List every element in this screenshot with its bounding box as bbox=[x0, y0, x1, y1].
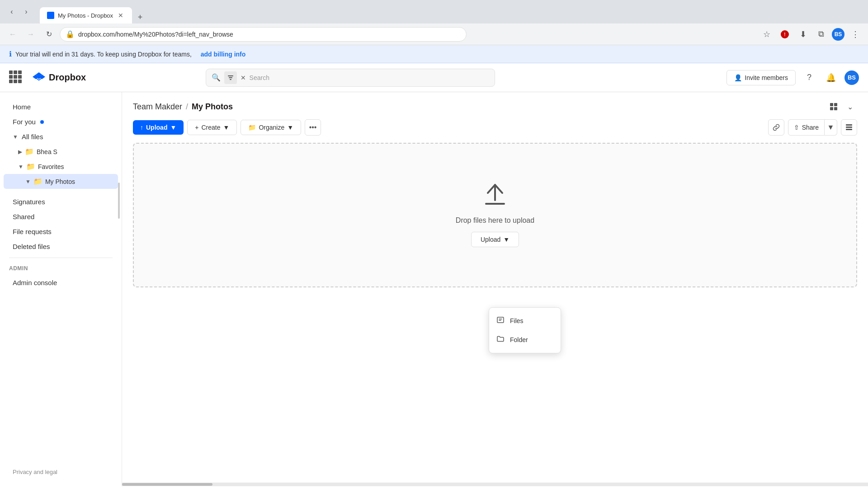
share-button[interactable]: ⇧ Share bbox=[788, 119, 825, 136]
address-bar[interactable]: 🔒 dropbox.com/home/My%20Photos?di=left_n… bbox=[60, 27, 467, 42]
tab-close-button[interactable]: ✕ bbox=[117, 11, 125, 19]
search-bar[interactable]: 🔍 ✕ Search bbox=[206, 69, 495, 87]
upload-drop-icon bbox=[483, 183, 507, 209]
share-icon: ⇧ bbox=[794, 124, 799, 131]
sidebar-all-files-label: All files bbox=[22, 133, 43, 141]
sidebar-all-files-header[interactable]: ▼ All files bbox=[4, 129, 118, 144]
sidebar-item-bhea-s[interactable]: ▶ 📁 Bhea S bbox=[4, 144, 118, 159]
sidebar-admin-console-label: Admin console bbox=[13, 279, 57, 286]
sidebar-admin-label: Admin bbox=[0, 262, 122, 275]
extensions-icon[interactable]: ! bbox=[778, 27, 792, 42]
search-input[interactable]: Search bbox=[250, 74, 489, 81]
dropbox-logo-icon bbox=[33, 70, 45, 85]
invite-members-button[interactable]: 👤 Invite members bbox=[726, 70, 796, 85]
sidebar: Home For you ▼ All files ▶ 📁 Bhea S bbox=[0, 92, 122, 486]
header-right: 👤 Invite members ? 🔔 BS bbox=[726, 70, 859, 86]
upload-files-option[interactable]: Files bbox=[489, 311, 561, 330]
svg-rect-5 bbox=[830, 103, 833, 106]
dropbox-logo[interactable]: Dropbox bbox=[33, 70, 86, 85]
organize-chevron-icon: ▼ bbox=[287, 124, 293, 131]
tab-nav-next[interactable]: › bbox=[20, 5, 33, 18]
add-billing-link[interactable]: add billing info bbox=[201, 51, 246, 58]
breadcrumb-separator: / bbox=[186, 102, 188, 112]
organize-button[interactable]: 📁 Organize ▼ bbox=[241, 120, 301, 135]
browser-tabs: My Photos - Dropbox ✕ + bbox=[40, 0, 863, 23]
upload-arrow bbox=[483, 183, 507, 209]
search-filter-button[interactable] bbox=[224, 71, 237, 84]
sidebar-item-admin-console[interactable]: Admin console bbox=[4, 275, 118, 290]
upload-folder-option[interactable]: Folder bbox=[489, 330, 561, 349]
app-layout: Dropbox 🔍 ✕ Search 👤 Invite members bbox=[0, 63, 868, 486]
sidebar-file-requests-label: File requests bbox=[13, 228, 52, 235]
sidebar-item-privacy-legal[interactable]: Privacy and legal bbox=[4, 465, 118, 479]
organize-folder-icon: 📁 bbox=[248, 124, 256, 131]
content-scrollbar[interactable] bbox=[122, 483, 868, 486]
drop-zone-upload-chevron: ▼ bbox=[503, 236, 509, 243]
content-toolbar: ↑ Upload ▼ + Create ▼ 📁 Organize ▼ ••• bbox=[122, 119, 868, 143]
active-tab[interactable]: My Photos - Dropbox ✕ bbox=[40, 7, 132, 23]
sidebar-home-label: Home bbox=[13, 103, 31, 111]
app-switcher-icon[interactable] bbox=[9, 70, 24, 85]
sidebar-scrollbar-top[interactable] bbox=[118, 183, 120, 219]
sidebar-favorites-label: Favorites bbox=[38, 163, 64, 170]
breadcrumb-parent[interactable]: Team Makder bbox=[133, 102, 182, 112]
notifications-icon-button[interactable]: 🔔 bbox=[823, 70, 839, 86]
favorites-chevron-icon: ▼ bbox=[18, 164, 24, 170]
my-photos-folder-icon: 📁 bbox=[33, 177, 42, 186]
search-icon: 🔍 bbox=[212, 73, 221, 82]
sidebar-item-file-requests[interactable]: File requests bbox=[4, 224, 118, 239]
search-clear-button[interactable]: ✕ bbox=[241, 74, 246, 81]
create-chevron-icon: ▼ bbox=[223, 124, 230, 131]
back-button[interactable]: ← bbox=[5, 27, 20, 42]
user-avatar[interactable]: BS bbox=[844, 70, 859, 85]
split-screen-icon[interactable]: ⧉ bbox=[814, 27, 828, 42]
svg-rect-7 bbox=[830, 107, 833, 110]
more-options-button[interactable]: ••• bbox=[305, 119, 321, 136]
sidebar-item-signatures[interactable]: Signatures bbox=[4, 194, 118, 209]
content-header: Team Makder / My Photos ⌄ bbox=[122, 92, 868, 119]
help-icon-button[interactable]: ? bbox=[801, 70, 817, 86]
upload-button[interactable]: ↑ Upload ▼ bbox=[133, 120, 184, 135]
create-label: Create bbox=[202, 124, 221, 131]
sidebar-item-for-you[interactable]: For you bbox=[4, 114, 118, 129]
my-photos-chevron-icon: ▼ bbox=[25, 178, 31, 185]
grid-view-button[interactable] bbox=[826, 99, 841, 114]
sidebar-item-home[interactable]: Home bbox=[4, 99, 118, 114]
drop-zone-upload-button[interactable]: Upload ▼ bbox=[471, 232, 519, 247]
bookmark-icon[interactable]: ☆ bbox=[760, 27, 774, 42]
trial-message: Your trial will end in 31 days. To keep … bbox=[15, 51, 192, 58]
drop-zone[interactable]: Drop files here to upload Upload ▼ bbox=[133, 143, 857, 287]
all-files-chevron-icon: ▼ bbox=[13, 134, 18, 140]
sidebar-item-shared[interactable]: Shared bbox=[4, 209, 118, 224]
downloads-icon[interactable]: ⬇ bbox=[796, 27, 810, 42]
content-main-wrap: Team Makder / My Photos ⌄ bbox=[122, 92, 868, 486]
create-button[interactable]: + Create ▼ bbox=[187, 120, 237, 135]
new-tab-button[interactable]: + bbox=[134, 11, 146, 23]
create-plus-icon: + bbox=[195, 124, 198, 131]
copy-link-button[interactable] bbox=[768, 119, 784, 136]
forward-button[interactable]: → bbox=[24, 27, 38, 42]
sidebar-item-deleted-files[interactable]: Deleted files bbox=[4, 239, 118, 254]
share-dropdown-button[interactable]: ▼ bbox=[825, 119, 837, 136]
trial-info-icon: ℹ bbox=[9, 50, 12, 58]
sidebar-item-my-photos[interactable]: ▼ 📁 My Photos bbox=[4, 174, 118, 189]
table-view-button[interactable] bbox=[841, 119, 857, 136]
breadcrumb-current: My Photos bbox=[192, 102, 233, 112]
share-button-group: ⇧ Share ▼ bbox=[788, 119, 837, 136]
upload-files-icon bbox=[496, 316, 505, 326]
sidebar-scroll: Home For you ▼ All files ▶ 📁 Bhea S bbox=[0, 99, 122, 479]
tab-title: My Photos - Dropbox bbox=[58, 12, 113, 19]
sidebar-item-favorites[interactable]: ▼ 📁 Favorites bbox=[4, 159, 118, 174]
chevron-view-button[interactable]: ⌄ bbox=[843, 99, 857, 114]
browser-profile-avatar[interactable]: BS bbox=[832, 28, 844, 41]
upload-folder-label: Folder bbox=[510, 336, 528, 343]
for-you-notification-dot bbox=[40, 120, 44, 124]
reload-button[interactable]: ↻ bbox=[42, 27, 56, 42]
browser-chrome: ‹ › My Photos - Dropbox ✕ + bbox=[0, 0, 868, 23]
svg-rect-9 bbox=[846, 124, 852, 126]
browser-menu-icon[interactable]: ⋮ bbox=[848, 27, 863, 42]
favorites-folder-icon: 📁 bbox=[26, 162, 35, 171]
organize-label: Organize bbox=[259, 124, 284, 131]
svg-rect-6 bbox=[834, 103, 837, 106]
tab-nav-prev[interactable]: ‹ bbox=[5, 5, 18, 18]
